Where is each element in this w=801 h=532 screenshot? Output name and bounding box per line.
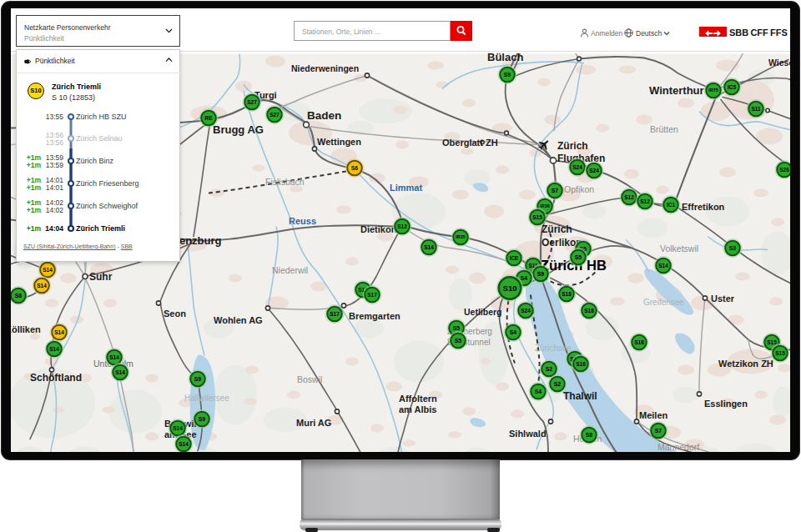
svg-text:ICE: ICE xyxy=(510,255,519,261)
svg-text:Volketswil: Volketswil xyxy=(660,243,698,253)
svg-text:S9: S9 xyxy=(537,271,545,277)
svg-text:S24: S24 xyxy=(521,308,531,314)
svg-text:S26: S26 xyxy=(779,167,789,173)
svg-text:Reuss: Reuss xyxy=(289,216,316,226)
svg-text:S10: S10 xyxy=(503,284,517,293)
svg-text:S14: S14 xyxy=(37,283,47,289)
svg-text:Dietikon: Dietikon xyxy=(360,224,397,234)
svg-text:Boswil: Boswil xyxy=(297,374,322,384)
svg-text:S3: S3 xyxy=(729,245,737,251)
svg-text:S2: S2 xyxy=(546,366,553,372)
svg-text:S16: S16 xyxy=(576,361,586,367)
svg-text:Niederweningen: Niederweningen xyxy=(291,63,359,73)
svg-text:S15: S15 xyxy=(775,350,785,356)
svg-text:S24: S24 xyxy=(589,168,599,173)
svg-text:S9: S9 xyxy=(199,416,206,422)
svg-text:IR36: IR36 xyxy=(540,203,549,208)
svg-text:Männedorf: Männedorf xyxy=(657,442,699,452)
svg-text:S8: S8 xyxy=(586,432,593,438)
svg-text:S18: S18 xyxy=(634,339,644,345)
svg-text:S7: S7 xyxy=(552,188,559,193)
svg-text:RE: RE xyxy=(204,115,213,121)
svg-text:Bülach: Bülach xyxy=(487,53,523,63)
svg-text:Wiesendang: Wiesendang xyxy=(768,58,790,68)
svg-text:Esslingen: Esslingen xyxy=(704,399,748,409)
svg-text:Schöftland: Schöftland xyxy=(30,372,82,384)
svg-text:Hallwilersee: Hallwilersee xyxy=(184,394,229,403)
svg-text:S17: S17 xyxy=(367,292,377,298)
svg-text:Uster: Uster xyxy=(711,294,735,304)
svg-text:Seon: Seon xyxy=(164,309,186,319)
svg-text:S12: S12 xyxy=(624,194,634,200)
svg-text:Baden: Baden xyxy=(307,109,341,122)
svg-text:S15: S15 xyxy=(532,214,542,220)
svg-text:Zürich: Zürich xyxy=(542,223,572,235)
svg-text:Opfikon: Opfikon xyxy=(564,184,594,194)
svg-text:S27: S27 xyxy=(247,99,257,105)
svg-text:IC1: IC1 xyxy=(667,202,675,208)
svg-text:Brütten: Brütten xyxy=(650,124,678,134)
svg-text:S4: S4 xyxy=(535,389,542,394)
svg-text:Wohlen AG: Wohlen AG xyxy=(214,315,263,325)
svg-text:S15: S15 xyxy=(767,339,777,345)
svg-text:S14: S14 xyxy=(424,244,434,250)
svg-text:Kölliken: Kölliken xyxy=(11,324,41,334)
svg-text:S11: S11 xyxy=(751,106,760,112)
svg-text:S27: S27 xyxy=(270,112,280,118)
svg-text:Meilen: Meilen xyxy=(639,410,668,420)
svg-text:Fislisbach: Fislisbach xyxy=(265,177,305,187)
svg-text:S9: S9 xyxy=(504,72,511,78)
svg-text:Zürichsee: Zürichsee xyxy=(535,344,572,353)
svg-text:Niederwil: Niederwil xyxy=(272,265,308,275)
svg-text:S5: S5 xyxy=(453,325,461,331)
svg-text:S14: S14 xyxy=(43,267,53,273)
svg-text:S6: S6 xyxy=(351,165,359,171)
svg-text:Wetzikon ZH: Wetzikon ZH xyxy=(718,359,773,369)
svg-text:Zürich: Zürich xyxy=(557,140,588,152)
svg-text:Effretikon: Effretikon xyxy=(682,202,725,212)
svg-text:Oberglatt ZH: Oberglatt ZH xyxy=(442,138,498,148)
svg-text:Bremgarten: Bremgarten xyxy=(349,311,400,321)
svg-text:S7: S7 xyxy=(655,428,662,434)
svg-text:S14: S14 xyxy=(109,354,119,360)
svg-text:S18: S18 xyxy=(562,291,572,297)
svg-text:Thalwil: Thalwil xyxy=(563,390,597,402)
svg-text:Sihlwald: Sihlwald xyxy=(509,429,547,439)
svg-text:IR35: IR35 xyxy=(456,234,465,239)
svg-text:S14: S14 xyxy=(115,369,125,375)
svg-text:Winterthur: Winterthur xyxy=(649,84,704,97)
svg-text:Wettingen: Wettingen xyxy=(317,137,361,147)
svg-text:S14: S14 xyxy=(658,263,668,269)
svg-text:S14: S14 xyxy=(173,425,183,431)
svg-text:am Albis: am Albis xyxy=(399,404,436,414)
svg-text:S14: S14 xyxy=(179,441,189,447)
svg-text:S5: S5 xyxy=(455,338,462,344)
svg-text:S12: S12 xyxy=(640,198,650,204)
svg-text:Brugg AG: Brugg AG xyxy=(213,123,264,136)
svg-text:S24: S24 xyxy=(572,164,582,170)
svg-text:Suhr: Suhr xyxy=(89,271,113,283)
svg-text:S4: S4 xyxy=(510,329,517,335)
svg-text:S18: S18 xyxy=(584,308,594,314)
svg-text:S12: S12 xyxy=(397,223,407,229)
svg-text:Greifensee: Greifensee xyxy=(643,298,684,307)
svg-text:Affoltern: Affoltern xyxy=(399,394,437,404)
svg-text:S14: S14 xyxy=(54,329,64,335)
svg-text:S9: S9 xyxy=(194,376,202,382)
svg-text:S4: S4 xyxy=(521,275,528,281)
svg-text:S2: S2 xyxy=(554,381,562,387)
svg-text:Uetliberg: Uetliberg xyxy=(464,307,502,317)
svg-text:S8: S8 xyxy=(15,293,23,299)
svg-text:S14: S14 xyxy=(49,346,59,352)
svg-text:S17: S17 xyxy=(330,311,340,317)
svg-text:IC5: IC5 xyxy=(728,84,736,90)
svg-text:IR75: IR75 xyxy=(708,88,718,93)
svg-text:Limmat: Limmat xyxy=(390,183,422,193)
svg-text:Muri AG: Muri AG xyxy=(296,418,331,428)
svg-text:S5: S5 xyxy=(575,254,582,260)
